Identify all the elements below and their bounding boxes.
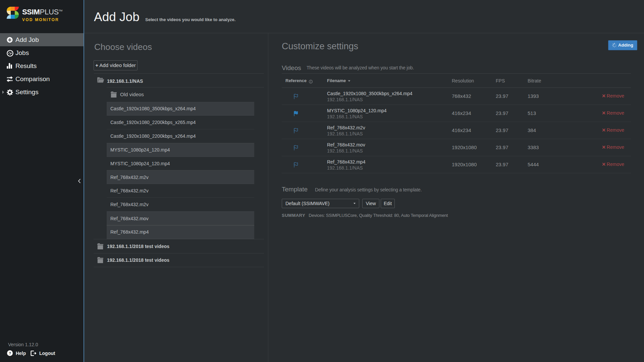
svg-text:?: ? xyxy=(9,351,11,355)
